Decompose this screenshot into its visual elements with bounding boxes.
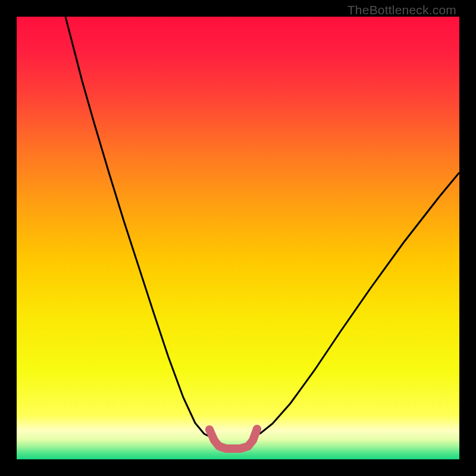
- pink-bottom-segment: [209, 429, 257, 449]
- chart-curves: [17, 17, 459, 459]
- pink-dot-right: [253, 425, 261, 433]
- pink-dot-left: [205, 425, 214, 434]
- plot-area: [17, 17, 459, 459]
- watermark-text: TheBottleneck.com: [347, 3, 456, 17]
- right-black-curve: [253, 173, 459, 436]
- chart-frame: TheBottleneck.com: [0, 0, 476, 476]
- left-black-curve: [65, 17, 216, 437]
